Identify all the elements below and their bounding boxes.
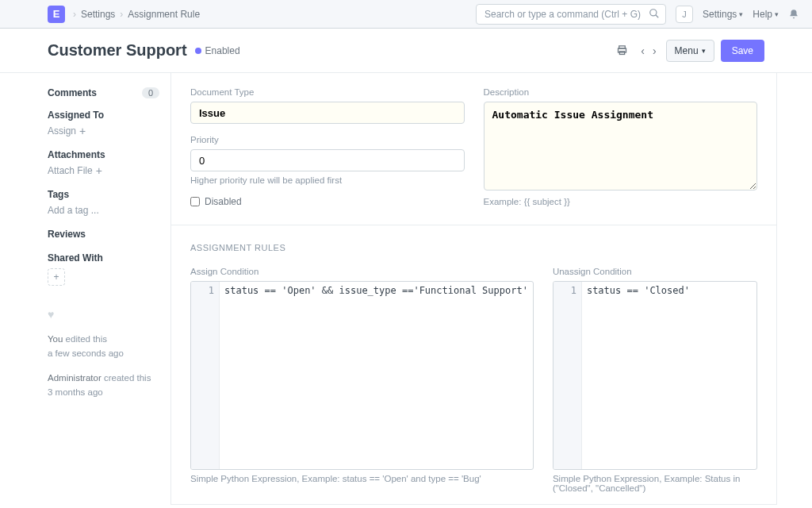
user-avatar[interactable]: J: [676, 6, 693, 23]
attachments-label: Attachments: [48, 149, 159, 160]
svg-line-1: [656, 14, 659, 17]
timeline-item: You edited this a few seconds ago: [48, 332, 159, 361]
tags-label: Tags: [48, 189, 159, 200]
document-type-label: Document Type: [190, 87, 465, 97]
status-dot-icon: [195, 48, 201, 54]
description-input[interactable]: [484, 102, 758, 190]
chevron-down-icon: ▾: [739, 10, 743, 18]
next-icon[interactable]: ›: [649, 41, 660, 60]
priority-input[interactable]: [190, 149, 465, 171]
unassign-condition-help: Simple Python Expression, Example: Statu…: [553, 474, 757, 493]
settings-menu[interactable]: Settings▾: [703, 9, 743, 20]
assigned-to-label: Assigned To: [48, 110, 159, 121]
chevron-down-icon: ▾: [775, 10, 779, 18]
assign-condition-editor[interactable]: 1 status == 'Open' && issue_type =='Func…: [190, 281, 534, 470]
disabled-checkbox[interactable]: Disabled: [190, 196, 465, 207]
assign-condition-help: Simple Python Expression, Example: statu…: [190, 474, 534, 483]
prev-icon[interactable]: ‹: [638, 41, 648, 60]
status-badge: Enabled: [195, 45, 240, 56]
timeline-item: Administrator created this 3 months ago: [48, 371, 159, 400]
chevron-right-icon: ›: [73, 9, 76, 20]
print-icon[interactable]: [613, 41, 631, 60]
comments-label[interactable]: Comments: [48, 87, 97, 98]
priority-label: Priority: [190, 135, 465, 144]
help-menu[interactable]: Help▾: [753, 9, 779, 20]
chevron-right-icon: ›: [120, 9, 123, 20]
main-content: Document Type Priority Higher priority r…: [171, 73, 777, 505]
plus-icon: +: [53, 271, 59, 283]
reviews-label[interactable]: Reviews: [48, 229, 159, 240]
status-label: Enabled: [205, 45, 240, 56]
page-title: Customer Support: [48, 41, 187, 60]
sidebar: Comments 0 Assigned To Assign+ Attachmen…: [35, 73, 171, 505]
disabled-label: Disabled: [205, 196, 242, 207]
unassign-condition-label: Unassign Condition: [553, 267, 757, 276]
breadcrumb: › Settings › Assignment Rule: [73, 9, 200, 20]
menu-button[interactable]: Menu▾: [666, 40, 714, 62]
shared-with-label: Shared With: [48, 252, 159, 264]
search-input[interactable]: [476, 4, 666, 25]
search-container: [476, 4, 666, 25]
attach-file-button[interactable]: Attach File+: [48, 165, 159, 176]
plus-icon: +: [96, 165, 102, 176]
priority-help: Higher priority rule will be applied fir…: [190, 175, 465, 185]
timeline: You edited this a few seconds ago Admini…: [48, 332, 159, 400]
plus-icon: +: [79, 125, 86, 137]
page-header: Customer Support Enabled ‹ › Menu▾ Save: [0, 29, 812, 73]
code-text[interactable]: status == 'Closed': [582, 282, 756, 469]
disabled-checkbox-input[interactable]: [190, 197, 200, 206]
app-logo[interactable]: E: [48, 6, 65, 23]
code-text[interactable]: status == 'Open' && issue_type =='Functi…: [220, 282, 533, 469]
assignment-rules-title: Assignment Rules: [190, 243, 534, 252]
comments-count: 0: [142, 87, 159, 98]
breadcrumb-item[interactable]: Assignment Rule: [128, 9, 200, 20]
code-gutter: 1: [191, 282, 220, 469]
search-icon[interactable]: [649, 8, 660, 19]
topbar: E › Settings › Assignment Rule J Setting…: [0, 0, 812, 29]
add-tag-button[interactable]: Add a tag ...: [48, 205, 159, 216]
unassign-condition-editor[interactable]: 1 status == 'Closed': [553, 281, 757, 470]
description-help: Example: {{ subject }}: [484, 197, 758, 206]
description-label: Description: [484, 87, 758, 97]
breadcrumb-item[interactable]: Settings: [81, 9, 115, 20]
like-icon[interactable]: ♥: [48, 308, 159, 321]
chevron-down-icon: ▾: [702, 47, 706, 55]
assign-button[interactable]: Assign+: [48, 125, 159, 137]
notifications-icon[interactable]: [788, 9, 799, 20]
share-add-button[interactable]: +: [48, 268, 65, 286]
save-button[interactable]: Save: [721, 40, 764, 62]
document-type-input[interactable]: [190, 102, 465, 124]
assign-condition-label: Assign Condition: [190, 267, 534, 276]
code-gutter: 1: [553, 282, 582, 469]
svg-point-0: [650, 9, 657, 15]
spacer: [553, 243, 757, 252]
